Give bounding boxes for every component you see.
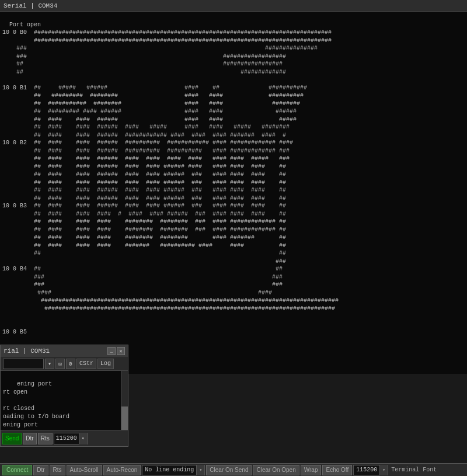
sub-toolbar-envelope-button[interactable]: ✉ (55, 359, 65, 369)
sub-window-titlebar: rial | COM31 _ ✕ (1, 345, 128, 357)
bottom-bar: Connect Dtr Rts Auto-Scroll Auto-Recon N… (0, 463, 467, 476)
baud-dropdown[interactable]: 115200 ▾ (353, 465, 388, 475)
sub-baud-value: 115200 (54, 435, 79, 442)
sub-bottom-bar: Send Dtr Rts 115200 ▾ (1, 430, 128, 446)
sub-baud-dropdown[interactable]: 115200 ▾ (54, 433, 88, 444)
sub-toolbar: ▾ ✉ ⚙ CStr Log (1, 357, 128, 371)
line-ending-dropdown[interactable]: No line ending ▾ (142, 465, 205, 475)
sub-toolbar-input[interactable] (3, 359, 44, 369)
window-title: Serial | COM34 (4, 2, 57, 9)
clear-on-send-button[interactable]: Clear On Send (206, 465, 252, 475)
line-ending-dropdown-arrow[interactable]: ▾ (196, 465, 204, 475)
main-terminal: Port open 10 0 B0 ######################… (0, 12, 467, 374)
sub-toolbar-gear-button[interactable]: ⚙ (66, 359, 75, 369)
sub-window-close-button[interactable]: ✕ (117, 347, 125, 355)
autorecon-button[interactable]: Auto-Recon (103, 465, 141, 475)
baud-dropdown-arrow[interactable]: ▾ (379, 465, 388, 475)
line-ending-value: No line ending (142, 467, 196, 473)
echo-off-button[interactable]: Echo Off (322, 465, 352, 475)
sub-toolbar-log-button[interactable]: Log (97, 359, 114, 369)
sub-terminal: ening port rt open rt closed oading to I… (1, 371, 128, 430)
main-terminal-content: Port open 10 0 B0 ######################… (2, 22, 339, 374)
autoscroll-button[interactable]: Auto-Scroll (67, 465, 102, 475)
sub-window-titlebar-left: rial | COM31 (4, 348, 50, 355)
sub-toolbar-dropdown-arrow[interactable]: ▾ (45, 359, 54, 369)
clear-on-open-button[interactable]: Clear On Open (253, 465, 299, 475)
sub-baud-dropdown-arrow[interactable]: ▾ (79, 433, 87, 444)
wrap-button[interactable]: Wrap (301, 465, 322, 475)
baud-value: 115200 (354, 467, 379, 473)
sub-window: rial | COM31 _ ✕ ▾ ✉ ⚙ CStr Log ening po… (0, 345, 128, 447)
sub-scrollbar[interactable] (121, 371, 128, 430)
dtr-button[interactable]: Dtr (33, 465, 48, 475)
sub-rts-button[interactable]: Rts (38, 433, 53, 444)
sub-window-minimize-button[interactable]: _ (107, 347, 116, 355)
sub-toolbar-cstr-button[interactable]: CStr (76, 359, 96, 369)
sub-window-title: rial | COM31 (4, 348, 50, 355)
font-label: Terminal Font (389, 467, 438, 473)
sub-send-button[interactable]: Send (2, 433, 22, 444)
sub-dtr-button[interactable]: Dtr (23, 433, 36, 444)
sub-scrollbar-thumb[interactable] (121, 406, 128, 430)
sub-terminal-content: ening port rt open rt closed oading to I… (3, 381, 69, 430)
rts-button[interactable]: Rts (50, 465, 65, 475)
title-bar: Serial | COM34 (0, 0, 467, 12)
connect-button[interactable]: Connect (2, 465, 32, 475)
